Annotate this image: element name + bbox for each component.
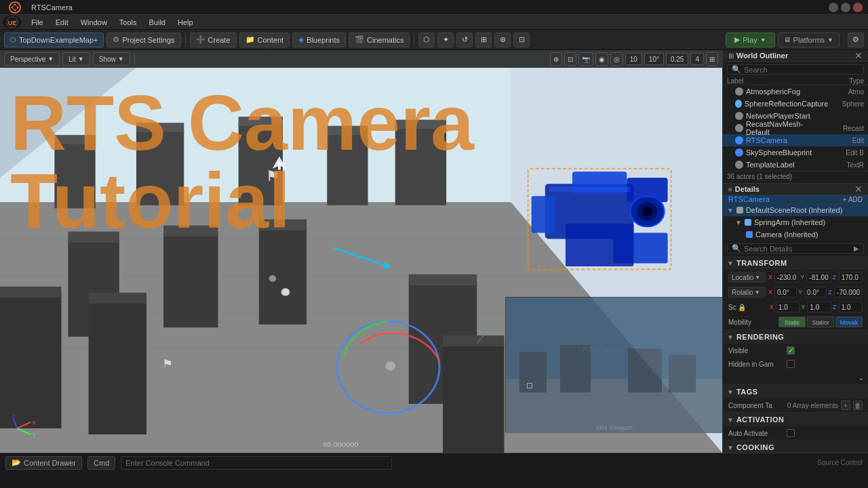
- vp-toggle1[interactable]: ◉: [595, 52, 608, 66]
- cooking-section: ▼ COOKING: [723, 441, 868, 453]
- scale-lock-icon[interactable]: 🔒: [738, 304, 746, 311]
- project-settings-button[interactable]: ⚙ Project Settings: [106, 33, 180, 47]
- details-search-bar[interactable]: 🔍 ▶: [727, 243, 864, 253]
- transform-section-header[interactable]: ▼ TRANSFORM: [723, 256, 868, 270]
- content-button[interactable]: 📁 Content: [239, 33, 290, 47]
- outliner-item-templatelabel[interactable]: TemplateLabel TextR: [723, 159, 868, 171]
- scale-tool[interactable]: ⊞: [475, 33, 492, 47]
- create-button[interactable]: ➕ Create: [190, 33, 237, 47]
- minimize-button[interactable]: —: [829, 3, 838, 12]
- angle-display[interactable]: 10°: [644, 53, 664, 65]
- settings-button[interactable]: ⚙: [848, 33, 864, 47]
- expand-rendering-button[interactable]: ⌄: [856, 372, 867, 383]
- menu-help[interactable]: Help: [172, 17, 199, 28]
- cinematics-button[interactable]: 🎬 Cinematics: [349, 33, 410, 47]
- menu-edit[interactable]: Edit: [50, 17, 74, 28]
- static-mobility-button[interactable]: Static: [778, 317, 806, 327]
- outliner-item-rtscamera[interactable]: RTSCamera Edit: [723, 134, 868, 146]
- rotation-z-field[interactable]: -70.000: [834, 287, 863, 298]
- comp-defaultsceneroot[interactable]: ▼ DefaultSceneRoot (Inherited): [723, 204, 868, 216]
- activation-section-header[interactable]: ▼ ACTIVATION: [723, 413, 868, 426]
- rendering-section-header[interactable]: ▼ RENDERING: [723, 330, 868, 344]
- rotate-tool[interactable]: ↺: [456, 33, 473, 47]
- outliner-search-input[interactable]: [744, 66, 859, 74]
- comp-camera[interactable]: Camera (Inherited): [723, 228, 868, 241]
- movable-mobility-button[interactable]: Movak: [835, 317, 863, 327]
- tags-section-header[interactable]: ▼ TAGS: [723, 385, 868, 399]
- rotation-y-field[interactable]: 0.0°: [804, 287, 827, 298]
- svg-text:Mini Viewport: Mini Viewport: [596, 424, 633, 431]
- add-component-button[interactable]: + ADD: [843, 196, 863, 203]
- outliner-item-atmosphericfog[interactable]: AtmosphericFog Atmo: [723, 85, 868, 98]
- window-controls[interactable]: — □ ✕: [829, 3, 863, 12]
- scale-z-field[interactable]: 1.0: [839, 302, 863, 312]
- visible-checkbox[interactable]: ✓: [787, 346, 795, 354]
- vp-camera-icon[interactable]: 📷: [578, 52, 593, 66]
- cooking-section-header[interactable]: ▼ COOKING: [723, 441, 868, 453]
- vp-fullscreen[interactable]: ⊞: [706, 52, 718, 66]
- outliner-item-spherereflection[interactable]: SphereReflectionCapture Sphere: [723, 98, 868, 110]
- map-tab[interactable]: ⬡ TopDownExampleMap+: [4, 33, 104, 47]
- vp-world-icon[interactable]: ⊕: [550, 52, 562, 66]
- comp-springarm[interactable]: ▼ SpringArm (Inherited): [723, 216, 868, 228]
- outliner-item-recastnav[interactable]: RecastNavMesh-Default Recast: [723, 122, 868, 134]
- location-y-field[interactable]: -81.00: [806, 272, 831, 283]
- outliner-item-skysphere[interactable]: SkySphereBlueprint Edit B: [723, 146, 868, 159]
- vp-snap-icon[interactable]: ⊡: [564, 52, 576, 66]
- search-icon: 🔍: [732, 65, 741, 74]
- blueprints-button[interactable]: ◈ Blueprints: [292, 33, 346, 47]
- stationary-mobility-button[interactable]: Statior: [807, 317, 834, 327]
- lod-display[interactable]: 4: [690, 53, 704, 65]
- remove-tag-button[interactable]: 🗑: [853, 401, 863, 410]
- outliner-close-button[interactable]: ✕: [854, 50, 863, 61]
- snap-tool[interactable]: ⊡: [513, 33, 530, 47]
- content-drawer-button[interactable]: 📂 Content Drawer: [5, 456, 82, 470]
- rotation-dropdown[interactable]: Rotatio ▼: [728, 287, 766, 298]
- rtscamera-type: Edit: [823, 137, 864, 144]
- scale-y-field[interactable]: 1.0: [807, 302, 831, 312]
- svg-rect-33: [409, 274, 477, 285]
- rotation-x-field[interactable]: 0.0°: [774, 287, 797, 298]
- title-bar-left: RTSCamera: [5, 1, 73, 14]
- transform-tool[interactable]: ⊛: [494, 33, 511, 47]
- location-dropdown[interactable]: Locatio ▼: [728, 272, 766, 283]
- grid-size-display[interactable]: 10: [625, 53, 642, 65]
- hidden-checkbox[interactable]: [787, 360, 795, 368]
- menu-tools[interactable]: Tools: [114, 17, 142, 28]
- scale-y-group: Y 1.0: [801, 302, 831, 312]
- auto-activate-checkbox[interactable]: [787, 429, 795, 437]
- location-x-field[interactable]: -230.0: [774, 272, 799, 283]
- outliner-search-bar[interactable]: 🔍: [727, 64, 864, 75]
- title-bar: RTSCamera — □ ✕: [0, 0, 868, 15]
- viewport[interactable]: Perspective ▼ Lit ▼ Show ▼ ⊕ ⊡ 📷 ◉ ◎: [0, 50, 722, 453]
- recastnav-icon: [735, 124, 743, 132]
- move-tool[interactable]: ✦: [437, 33, 454, 47]
- details-title: Details: [735, 185, 852, 193]
- console-input[interactable]: [121, 456, 392, 470]
- status-bar: 📂 Content Drawer Cmd Source Control: [0, 453, 868, 472]
- templatelabel-icon: [735, 161, 743, 169]
- scale-display[interactable]: 0.25: [666, 53, 688, 65]
- close-button[interactable]: ✕: [853, 3, 863, 12]
- add-tag-button[interactable]: +: [841, 401, 850, 410]
- menu-window[interactable]: Window: [75, 17, 113, 28]
- select-tool[interactable]: ⬡: [418, 33, 435, 47]
- lit-button[interactable]: Lit ▼: [62, 52, 90, 66]
- auto-activate-label: Auto Activate: [728, 430, 783, 437]
- menu-file[interactable]: File: [26, 17, 49, 28]
- maximize-button[interactable]: □: [841, 3, 850, 12]
- play-button[interactable]: ▶ Play ▼: [726, 33, 774, 47]
- perspective-button[interactable]: Perspective ▼: [4, 52, 60, 66]
- menu-build[interactable]: Build: [144, 17, 171, 28]
- mobility-row: Mobility Static Statior Movak: [723, 314, 868, 329]
- location-z-field[interactable]: 170.0: [839, 272, 863, 283]
- vp-toggle2[interactable]: ◎: [610, 52, 623, 66]
- component-tree: ▼ DefaultSceneRoot (Inherited) ▼ SpringA…: [723, 204, 868, 241]
- scale-x-field[interactable]: 1.0: [776, 302, 800, 312]
- details-search-input[interactable]: [744, 245, 851, 253]
- cmd-button[interactable]: Cmd: [87, 456, 115, 470]
- details-component-name-bar: RTSCamera + ADD: [723, 195, 868, 204]
- details-close-button[interactable]: ✕: [854, 184, 863, 195]
- show-button[interactable]: Show ▼: [93, 52, 130, 66]
- platforms-button[interactable]: 🖥 Platforms ▼: [778, 33, 840, 47]
